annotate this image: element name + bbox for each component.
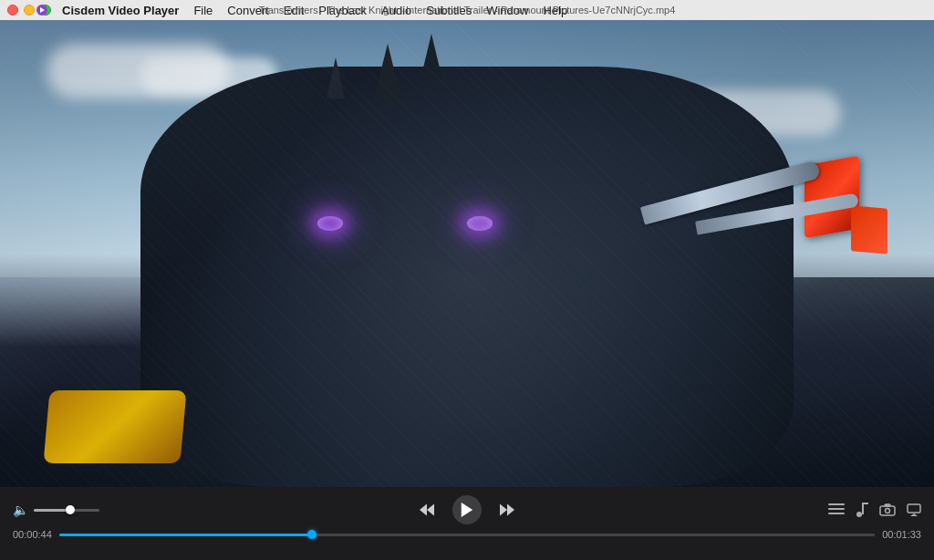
svg-marker-3 [427,504,434,516]
play-pause-button[interactable] [452,495,482,524]
svg-rect-12 [862,503,868,504]
transport-controls-row: 🔈 [13,493,921,527]
svg-point-10 [856,512,862,517]
svg-rect-13 [880,506,895,515]
svg-marker-5 [500,504,507,516]
volume-slider-thumb [66,505,75,514]
volume-section: 🔈 [13,503,99,517]
svg-rect-9 [828,513,845,514]
svg-marker-4 [462,503,472,517]
svg-rect-15 [885,504,890,506]
red-accent-2 [851,205,887,254]
video-area[interactable] [0,20,934,487]
titlebar: Cisdem Video Player File Convert Edit Pl… [0,0,934,20]
menu-item-file[interactable]: File [186,0,220,20]
airplay-icon[interactable] [907,503,921,516]
menu-item-appname[interactable]: Cisdem Video Player [55,0,186,20]
svg-rect-8 [828,508,845,510]
svg-marker-6 [507,504,514,516]
minimize-button[interactable] [24,5,35,16]
controls-bar: 🔈 [0,487,934,560]
playlist-icon[interactable] [828,503,845,516]
time-total: 00:01:33 [882,529,921,540]
volume-icon[interactable]: 🔈 [13,503,28,517]
svg-marker-17 [910,513,918,516]
progress-bar[interactable] [59,534,875,536]
svg-point-14 [886,509,890,513]
close-button[interactable] [7,5,18,16]
screenshot-icon[interactable] [879,503,896,516]
svg-rect-7 [828,503,845,505]
svg-marker-2 [420,504,427,516]
extra-controls [828,503,921,517]
svg-rect-16 [908,504,920,513]
app-icon [35,3,49,17]
progress-fill [59,534,312,536]
music-icon[interactable] [856,503,868,517]
progress-thumb [307,530,317,539]
rewind-button[interactable] [416,501,438,519]
volume-slider[interactable] [34,509,99,512]
progress-row: 00:00:44 00:01:33 [13,529,921,540]
window-title: Transformers - The Last Knight - Interna… [259,5,676,16]
fast-forward-button[interactable] [496,501,518,519]
video-scene [0,20,934,487]
time-current: 00:00:44 [13,529,52,540]
playback-controls [416,495,518,524]
yellow-element [44,390,187,463]
